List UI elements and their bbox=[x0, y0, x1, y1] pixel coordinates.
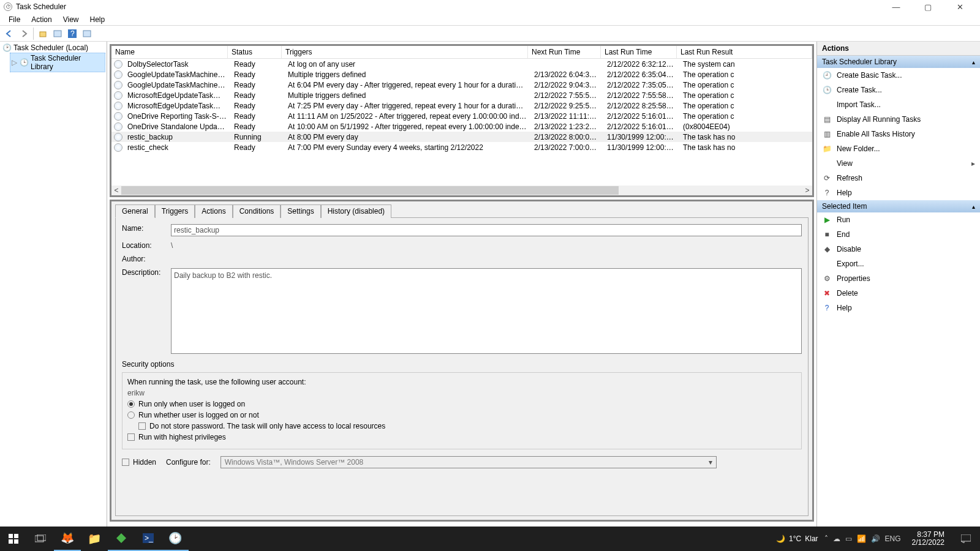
task-row[interactable]: MicrosoftEdgeUpdateTaskMachi...ReadyAt 7… bbox=[111, 100, 812, 111]
action-label: End bbox=[837, 230, 850, 239]
task-name-field[interactable]: restic_backup bbox=[171, 224, 802, 236]
col-status[interactable]: Status bbox=[228, 46, 282, 58]
notifications-button[interactable] bbox=[956, 527, 976, 551]
taskbar-clock[interactable]: 8:37 PM 2/12/2022 bbox=[907, 531, 949, 547]
tree-library[interactable]: ▷ 🕒 Task Scheduler Library bbox=[10, 53, 105, 72]
action-label: Properties bbox=[837, 274, 870, 283]
task-row[interactable]: GoogleUpdateTaskMachineCore{...ReadyMult… bbox=[111, 69, 812, 80]
action-run[interactable]: ▶Run bbox=[817, 212, 980, 227]
action-help[interactable]: ?Help bbox=[817, 301, 980, 315]
checkbox-no-store-pw[interactable] bbox=[138, 422, 146, 430]
action-icon: ⚙ bbox=[822, 274, 832, 283]
action-disable[interactable]: ◆Disable bbox=[817, 242, 980, 257]
menu-help[interactable]: Help bbox=[85, 14, 110, 25]
horizontal-scrollbar[interactable]: < > bbox=[111, 186, 812, 195]
tray-language[interactable]: ENG bbox=[885, 534, 901, 543]
nav-forward-button[interactable] bbox=[17, 27, 31, 40]
svg-rect-5 bbox=[9, 534, 13, 538]
tab-triggers[interactable]: Triggers bbox=[155, 204, 195, 218]
action-display-all-running-tasks[interactable]: ▤Display All Running Tasks bbox=[817, 112, 980, 127]
minimize-button[interactable]: — bbox=[886, 2, 907, 12]
svg-marker-11 bbox=[116, 533, 126, 543]
menu-view[interactable]: View bbox=[58, 14, 84, 25]
scroll-left-arrow[interactable]: < bbox=[111, 186, 121, 195]
action-properties[interactable]: ⚙Properties bbox=[817, 271, 980, 286]
tray-chevron-icon[interactable]: ˄ bbox=[824, 534, 828, 543]
actions-section-selected[interactable]: Selected Item ▴ bbox=[817, 200, 980, 212]
taskbar-explorer[interactable]: 📁 bbox=[81, 527, 108, 551]
task-view-button[interactable] bbox=[27, 527, 54, 551]
task-row[interactable]: GoogleUpdateTaskMachineUA{52...ReadyAt 6… bbox=[111, 80, 812, 90]
toolbar-btn-4[interactable] bbox=[80, 27, 94, 40]
checkbox-highest-priv[interactable] bbox=[127, 433, 135, 441]
action-icon bbox=[822, 259, 832, 269]
col-triggers[interactable]: Triggers bbox=[282, 46, 528, 58]
task-row[interactable]: OneDrive Reporting Task-S-1-5-2...ReadyA… bbox=[111, 111, 812, 121]
tab-settings[interactable]: Settings bbox=[281, 204, 320, 218]
task-row[interactable]: OneDrive Standalone Update Tas...ReadyAt… bbox=[111, 121, 812, 132]
task-row[interactable]: DolbySelectorTaskReadyAt log on of any u… bbox=[111, 59, 812, 69]
tree-root[interactable]: 🕑 Task Scheduler (Local) bbox=[1, 43, 105, 53]
tab-actions[interactable]: Actions bbox=[195, 204, 232, 218]
label-no-store-pw: Do not store password. The task will onl… bbox=[149, 422, 385, 430]
start-button[interactable] bbox=[0, 527, 27, 551]
action-delete[interactable]: ✖Delete bbox=[817, 286, 980, 301]
col-last-result[interactable]: Last Run Result bbox=[677, 46, 812, 58]
tray-onedrive-icon[interactable]: ☁ bbox=[833, 534, 840, 543]
close-button[interactable]: ✕ bbox=[949, 2, 970, 12]
action-export[interactable]: Export... bbox=[817, 257, 980, 271]
scroll-right-arrow[interactable]: > bbox=[802, 186, 812, 195]
action-create-task[interactable]: 🕒Create Task... bbox=[817, 83, 980, 97]
toolbar-help-button[interactable]: ? bbox=[66, 27, 79, 40]
tab-general[interactable]: General bbox=[115, 204, 155, 218]
action-view[interactable]: View▸ bbox=[817, 156, 980, 171]
radio-run-logged-on[interactable] bbox=[127, 400, 135, 408]
action-end[interactable]: ■End bbox=[817, 227, 980, 242]
tray-volume-icon[interactable]: 🔊 bbox=[871, 534, 880, 543]
task-last-result: (0x8004EE04) bbox=[679, 122, 812, 131]
action-refresh[interactable]: ⟳Refresh bbox=[817, 171, 980, 186]
nav-tree[interactable]: 🕑 Task Scheduler (Local) ▷ 🕒 Task Schedu… bbox=[0, 42, 107, 527]
action-import-task[interactable]: Import Task... bbox=[817, 97, 980, 112]
configure-for-combo[interactable]: Windows Vista™, Windows Server™ 2008 bbox=[221, 456, 717, 468]
task-trigger: Multiple triggers defined bbox=[284, 91, 530, 100]
tab-conditions[interactable]: Conditions bbox=[233, 204, 281, 218]
action-create-basic-task[interactable]: 🕘Create Basic Task... bbox=[817, 68, 980, 83]
tray-meet-icon[interactable]: ▭ bbox=[845, 534, 852, 543]
col-last-run[interactable]: Last Run Time bbox=[601, 46, 677, 58]
taskbar[interactable]: 🦊 📁 >_ 🕑 🌙 1°C Klar ˄ ☁ ▭ 📶 🔊 ENG 8:37 P… bbox=[0, 527, 980, 551]
task-name: OneDrive Reporting Task-S-1-5-2... bbox=[124, 112, 230, 121]
task-next-run: 2/12/2022 9:25:57 PM bbox=[530, 102, 603, 110]
task-row[interactable]: MicrosoftEdgeUpdateTaskMachi...ReadyMult… bbox=[111, 90, 812, 100]
svg-rect-8 bbox=[14, 539, 18, 544]
tab-history[interactable]: History (disabled) bbox=[321, 204, 391, 218]
task-status: Ready bbox=[230, 112, 284, 121]
scroll-thumb[interactable] bbox=[121, 186, 619, 195]
actions-section-library[interactable]: Task Scheduler Library ▴ bbox=[817, 56, 980, 68]
action-icon: ? bbox=[822, 303, 832, 313]
weather-widget[interactable]: 🌙 1°C Klar bbox=[776, 534, 818, 543]
maximize-button[interactable]: ▢ bbox=[918, 2, 938, 12]
taskbar-powershell[interactable]: >_ bbox=[135, 527, 162, 551]
action-new-folder[interactable]: 📁New Folder... bbox=[817, 141, 980, 156]
toolbar-btn-2[interactable] bbox=[51, 27, 64, 40]
radio-run-whether[interactable] bbox=[127, 411, 135, 419]
action-help[interactable]: ?Help bbox=[817, 186, 980, 200]
checkbox-hidden[interactable] bbox=[122, 459, 129, 466]
task-row[interactable]: restic_backupRunningAt 8:00 PM every day… bbox=[111, 132, 812, 142]
nav-back-button[interactable] bbox=[2, 27, 16, 40]
col-name[interactable]: Name bbox=[111, 46, 228, 58]
task-status: Ready bbox=[230, 102, 284, 110]
taskbar-app-1[interactable] bbox=[108, 527, 135, 551]
action-enable-all-tasks-history[interactable]: ▥Enable All Tasks History bbox=[817, 127, 980, 141]
taskbar-task-scheduler[interactable]: 🕑 bbox=[162, 527, 189, 551]
task-row[interactable]: restic_checkReadyAt 7:00 PM every Sunday… bbox=[111, 142, 812, 152]
tray-wifi-icon[interactable]: 📶 bbox=[857, 534, 866, 543]
menu-action[interactable]: Action bbox=[26, 14, 56, 25]
toolbar-btn-1[interactable] bbox=[36, 27, 50, 40]
taskbar-firefox[interactable]: 🦊 bbox=[54, 527, 81, 551]
task-trigger: At 11:11 AM on 1/25/2022 - After trigger… bbox=[284, 112, 530, 121]
task-description-field[interactable]: Daily backup to B2 with restic. bbox=[171, 268, 802, 354]
col-next-run[interactable]: Next Run Time bbox=[528, 46, 601, 58]
menu-file[interactable]: File bbox=[4, 14, 25, 25]
